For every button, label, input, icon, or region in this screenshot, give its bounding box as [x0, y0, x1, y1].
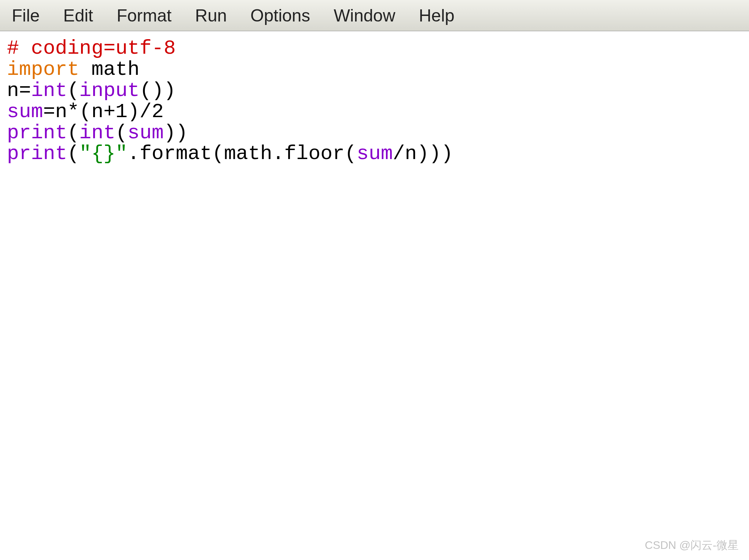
code-token: sum: [356, 142, 393, 165]
code-token: (: [67, 142, 79, 165]
code-line[interactable]: sum=n*(n+1)/2: [7, 102, 742, 123]
menu-bar: File Edit Format Run Options Window Help: [0, 0, 749, 31]
code-token: .format(math.floor(: [127, 142, 356, 165]
menu-help[interactable]: Help: [417, 3, 456, 28]
watermark: CSDN @闪云-微星: [645, 538, 739, 553]
code-line[interactable]: import math: [7, 59, 742, 80]
menu-file[interactable]: File: [10, 3, 41, 28]
code-token: print: [7, 122, 67, 144]
code-token: ()): [140, 79, 176, 102]
code-token: input: [79, 79, 140, 102]
code-token: (: [67, 79, 79, 102]
code-line[interactable]: print(int(sum)): [7, 123, 742, 144]
code-line[interactable]: # coding=utf-8: [7, 38, 742, 59]
menu-format[interactable]: Format: [115, 3, 173, 28]
code-token: int: [79, 122, 115, 144]
code-token: )): [164, 122, 188, 144]
code-token: (: [67, 122, 79, 144]
code-line[interactable]: n=int(input()): [7, 80, 742, 102]
menu-edit[interactable]: Edit: [62, 3, 95, 28]
menu-window[interactable]: Window: [332, 3, 397, 28]
code-token: import: [7, 58, 79, 81]
code-line[interactable]: print("{}".format(math.floor(sum/n))): [7, 143, 742, 165]
code-token: (: [115, 122, 127, 144]
code-token: # coding=utf-8: [7, 37, 176, 60]
menu-options[interactable]: Options: [249, 3, 311, 28]
code-token: sum: [7, 100, 43, 123]
code-token: /n))): [393, 142, 453, 165]
code-token: math: [79, 58, 140, 81]
code-editor[interactable]: # coding=utf-8import mathn=int(input())s…: [0, 31, 749, 560]
code-token: =n*(n+1)/2: [43, 100, 164, 123]
code-token: sum: [127, 122, 164, 144]
menu-run[interactable]: Run: [194, 3, 228, 28]
code-token: int: [31, 79, 67, 102]
code-token: "{}": [79, 142, 127, 165]
code-token: n=: [7, 79, 31, 102]
code-token: print: [7, 142, 67, 165]
